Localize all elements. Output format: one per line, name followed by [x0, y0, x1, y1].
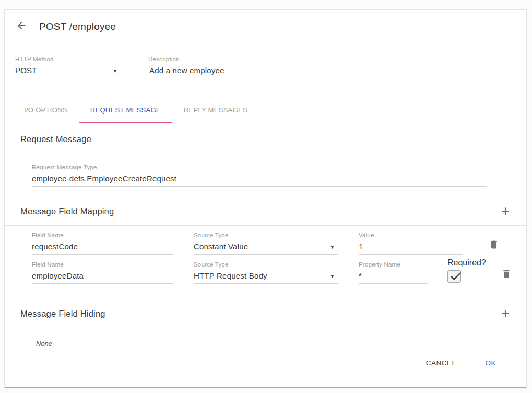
required-checkbox[interactable]	[447, 270, 461, 283]
trash-icon	[501, 268, 512, 282]
endpoint-editor-card: POST /employee HTTP Method POST ▼ Descri…	[4, 9, 527, 388]
chevron-down-icon: ▼	[330, 273, 338, 280]
ok-button[interactable]: OK	[484, 356, 497, 370]
field-name-value: requestCode	[32, 242, 78, 251]
field-hiding-heading: Message Field Hiding	[20, 309, 105, 319]
divider	[5, 327, 526, 327]
divider	[5, 225, 526, 226]
field-hiding-empty-text: None	[36, 340, 526, 348]
chevron-down-icon: ▼	[113, 67, 121, 75]
add-mapping-button[interactable]: +	[499, 205, 512, 217]
mapping-row: Field Name employeeData Source Type HTTP…	[32, 258, 526, 284]
description-value: Add a new employee	[148, 66, 224, 75]
value-input[interactable]: Value 1	[359, 232, 463, 255]
delete-mapping-button[interactable]	[488, 239, 500, 252]
value-value: 1	[359, 242, 363, 251]
method-description-row: HTTP Method POST ▼ Description Add a new…	[15, 56, 511, 78]
http-method-select[interactable]: HTTP Method POST ▼	[15, 56, 121, 78]
page-title: POST /employee	[39, 21, 116, 32]
tab-reply-messages[interactable]: REPLY MESSAGES	[172, 98, 259, 123]
divider	[5, 157, 526, 157]
property-name-value: *	[359, 271, 362, 280]
source-type-value: Constant Value	[194, 242, 248, 251]
tab-io-options[interactable]: I/O OPTIONS	[13, 98, 79, 123]
field-mapping-header: Message Field Mapping +	[20, 205, 512, 217]
checkmark-icon	[449, 269, 463, 283]
field-hiding-header: Message Field Hiding +	[20, 308, 512, 319]
field-name-input[interactable]: Field Name requestCode	[32, 232, 173, 255]
http-method-label: HTTP Method	[15, 56, 121, 62]
required-label: Required?	[447, 258, 488, 268]
source-type-label: Source Type	[194, 261, 338, 268]
plus-icon: +	[501, 203, 510, 219]
delete-mapping-button[interactable]	[501, 269, 512, 281]
source-type-select[interactable]: Source Type Constant Value ▼	[194, 232, 338, 255]
field-name-input[interactable]: Field Name employeeData	[32, 261, 173, 284]
property-name-input[interactable]: Property Name *	[359, 261, 428, 284]
tab-bar: I/O OPTIONS REQUEST MESSAGE REPLY MESSAG…	[13, 98, 526, 123]
source-type-select[interactable]: Source Type HTTP Request Body ▼	[194, 261, 338, 284]
trash-icon	[489, 239, 499, 252]
http-method-value: POST	[15, 66, 37, 75]
property-name-label: Property Name	[359, 261, 428, 268]
request-message-type-label: Request Message Type	[32, 164, 487, 170]
chevron-down-icon: ▼	[330, 244, 338, 251]
tab-request-message[interactable]: REQUEST MESSAGE	[79, 98, 172, 123]
description-label: Description	[148, 56, 511, 62]
plus-icon: +	[501, 306, 510, 321]
field-name-label: Field Name	[32, 232, 173, 238]
source-type-value: HTTP Request Body	[194, 271, 267, 280]
required-field: Required?	[447, 258, 488, 284]
back-button[interactable]	[15, 20, 28, 33]
header: POST /employee	[5, 10, 526, 43]
value-label: Value	[359, 232, 463, 238]
field-name-label: Field Name	[32, 261, 173, 268]
field-mapping-heading: Message Field Mapping	[20, 206, 114, 216]
source-type-label: Source Type	[194, 232, 338, 238]
request-message-type-value: employee-defs.EmployeeCreateRequest	[32, 174, 176, 183]
cancel-button[interactable]: CANCEL	[425, 356, 457, 370]
description-field[interactable]: Description Add a new employee	[148, 56, 511, 78]
mapping-row: Field Name requestCode Source Type Const…	[32, 232, 526, 255]
footer-actions: CANCEL OK	[5, 356, 497, 370]
request-message-heading: Request Message	[20, 134, 526, 144]
request-message-type-field[interactable]: Request Message Type employee-defs.Emplo…	[32, 164, 487, 187]
arrow-left-icon	[16, 20, 27, 33]
field-name-value: employeeData	[32, 271, 84, 280]
add-hiding-button[interactable]: +	[499, 308, 512, 319]
